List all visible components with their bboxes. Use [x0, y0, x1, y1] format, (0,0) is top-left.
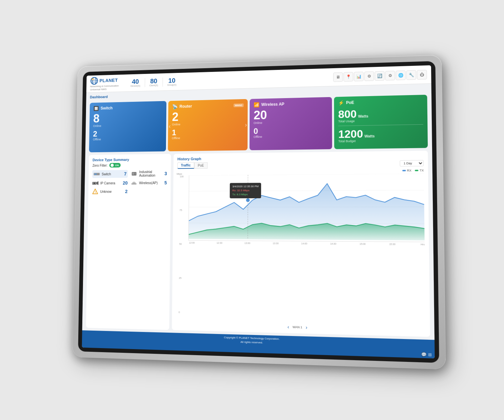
- wireless-icon: 📶: [254, 102, 259, 108]
- device-item-camera[interactable]: IP Camera 20: [92, 180, 128, 186]
- tools-button[interactable]: 🔧: [406, 70, 416, 80]
- poe-icon: ⚡: [338, 100, 344, 106]
- industrial-device-count: 3: [161, 171, 167, 176]
- poe-budget-row: 1200 Watts Total Budget: [338, 127, 423, 143]
- topology-button[interactable]: ⚙: [364, 71, 374, 81]
- svg-rect-14: [134, 173, 136, 174]
- router-offline-label: Offline: [172, 135, 244, 140]
- wan-label: WAN 1: [293, 325, 302, 329]
- tooltip-tx: Tx: 8.3 Mbps: [232, 193, 258, 197]
- settings-button[interactable]: ⚙: [385, 71, 395, 80]
- devices-label: Device(s): [131, 84, 140, 87]
- svg-text:!: !: [95, 191, 96, 194]
- poe-card-header: ⚡ PoE: [338, 98, 423, 106]
- switch-card-title: Switch: [100, 106, 113, 111]
- poe-budget-value: 1200: [338, 128, 363, 139]
- rx-area: [189, 183, 425, 241]
- wireless-card[interactable]: 📶 Wireless AP 20 Online 0 Offline: [250, 97, 332, 150]
- globe-button[interactable]: 🌐: [396, 70, 406, 80]
- tab-traffic[interactable]: Traffic: [177, 162, 194, 169]
- history-graph-panel: History Graph Traffic PoE 1 Day 1 Week 1…: [172, 151, 430, 337]
- tab-poe[interactable]: PoE: [194, 162, 208, 169]
- router-card[interactable]: 📡 Router WAN1 ‹ › 2 Online 1: [168, 99, 248, 152]
- graph-tooltip: 3/4/2020 12:35:30 PM Rx: 32.5 Mbps Tx: 8…: [229, 183, 261, 198]
- chart-button[interactable]: 📊: [354, 72, 364, 81]
- wan-prev-arrow[interactable]: ‹: [288, 324, 289, 330]
- dashboard-cards: 🔲 Switch 8 Online 2 Offline: [89, 95, 428, 152]
- router-next-arrow[interactable]: ›: [245, 121, 247, 128]
- graph-area: 3/4/2020 12:35:30 PM Rx: 32.5 Mbps Tx: 8…: [188, 173, 425, 242]
- period-select[interactable]: 1 Day 1 Week 1 Month: [400, 160, 424, 166]
- switch-offline-label: Offline: [93, 137, 162, 141]
- hrs-label: Hrs: [421, 243, 425, 246]
- poe-usage-row: 800 Watts Total Usage: [338, 107, 423, 123]
- svg-line-23: [189, 173, 424, 175]
- switch-device-name: Switch: [102, 172, 119, 176]
- wireless-online-count: 20: [254, 109, 267, 121]
- switch-offline-stat: 2: [93, 129, 162, 138]
- toggle-circle: [111, 164, 114, 167]
- refresh-button[interactable]: 🔄: [375, 71, 384, 81]
- device-item-unknown[interactable]: ! Unknow 2: [92, 188, 128, 195]
- poe-usage-value: 800: [338, 109, 356, 120]
- svg-rect-20: [131, 183, 136, 184]
- poe-divider: [338, 124, 423, 126]
- industrial-device-icon: [131, 170, 137, 177]
- monitor-button[interactable]: 🖥: [333, 72, 343, 82]
- svg-marker-17: [96, 181, 98, 185]
- tooltip-date: 3/4/2020 12:35:30 PM: [232, 184, 258, 188]
- clients-count: 80: [150, 78, 157, 84]
- router-prev-arrow[interactable]: ‹: [169, 123, 171, 129]
- unknown-device-icon: !: [92, 188, 98, 195]
- clients-stat: 80 Client(s): [150, 78, 158, 87]
- router-icon: 📡: [172, 104, 177, 109]
- switch-online-count: 8: [93, 113, 99, 125]
- poe-usage-unit: Watts: [358, 114, 369, 118]
- legend-rx: RX: [402, 169, 411, 172]
- zero-filter-toggle[interactable]: ON: [110, 163, 121, 168]
- devices-stat: 40 Device(s): [130, 78, 140, 87]
- router-card-header: 📡 Router WAN1: [172, 102, 244, 109]
- switch-icon: 🔲: [93, 106, 99, 111]
- camera-device-name: IP Camera: [100, 181, 119, 185]
- wireless-card-title: Wireless AP: [261, 102, 285, 107]
- location-button[interactable]: 📍: [343, 72, 353, 82]
- toolbar: 🖥 📍 📊 ⚙ 🔄 ⚙ 🌐 🔧 ⏻: [333, 70, 427, 82]
- graph-tab-row: Traffic PoE 1 Day 1 Week 1 Month: [177, 160, 424, 169]
- device-item-switch[interactable]: Switch 7: [92, 170, 128, 178]
- poe-card[interactable]: ⚡ PoE 800 Watts Total Usage: [334, 95, 428, 149]
- wireless-card-header: 📶 Wireless AP: [254, 100, 328, 108]
- unknown-device-count: 2: [121, 189, 128, 194]
- poe-card-title: PoE: [346, 100, 354, 105]
- switch-online-stat: 8: [93, 112, 162, 125]
- camera-device-count: 20: [121, 180, 128, 186]
- tooltip-rx: Rx: 32.5 Mbps: [232, 188, 258, 193]
- footer-grid-icon[interactable]: ⊞: [428, 352, 432, 357]
- chart-svg: [189, 173, 425, 240]
- router-online-count: 2: [172, 111, 178, 123]
- graph-container: Mbps 100 75 50 25 0: [188, 173, 426, 319]
- camera-device-icon: [92, 180, 98, 186]
- main-content: Dashboard 🔲 Switch 8 Online: [82, 84, 435, 340]
- wan-nav: ‹ WAN 1 ›: [176, 322, 426, 333]
- device-list: Switch 7: [92, 170, 167, 195]
- zero-filter-label: Zero Filter:: [92, 164, 108, 167]
- devices-count: 40: [132, 78, 139, 85]
- wireless-device-name: Wireless(AP): [139, 181, 159, 185]
- device-item-industrial[interactable]: Industrial Automation 3: [131, 170, 167, 178]
- power-button[interactable]: ⏻: [417, 70, 427, 79]
- device-summary-panel: Device Type Summary Zero Filter: ON: [86, 154, 171, 330]
- logo-planet: P PLANET: [90, 76, 118, 85]
- wan-next-arrow[interactable]: ›: [306, 325, 307, 330]
- footer-chat-icon[interactable]: 💬: [421, 352, 426, 357]
- svg-line-2: [91, 81, 97, 81]
- switch-device-count: 7: [120, 171, 127, 177]
- zero-filter-state: ON: [115, 164, 119, 167]
- screen: P PLANET Networking & Communication Univ…: [82, 65, 435, 359]
- wireless-device-icon: [131, 180, 137, 186]
- graph-legend: RX TX: [177, 169, 424, 174]
- wireless-device-count: 5: [160, 180, 167, 185]
- device-item-wireless[interactable]: Wireless(AP) 5: [131, 179, 167, 186]
- switch-card[interactable]: 🔲 Switch 8 Online 2 Offline: [89, 101, 166, 153]
- router-offline-stat: 1: [172, 127, 244, 136]
